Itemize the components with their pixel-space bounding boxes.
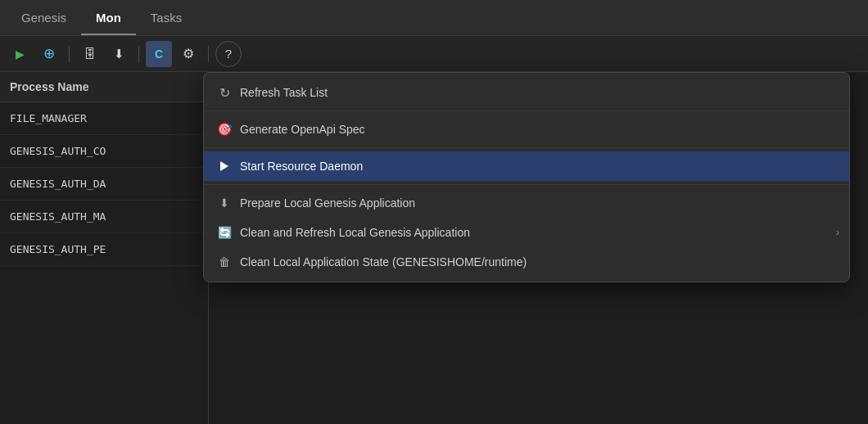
settings-button[interactable]: ⚙ [175, 41, 201, 67]
download-button[interactable]: ⬇ [106, 41, 132, 67]
run-icon: ▶ [16, 47, 25, 61]
download-icon: ⬇ [114, 47, 124, 61]
run-button[interactable]: ▶ [7, 41, 33, 67]
help-button[interactable]: ? [215, 41, 242, 67]
play-triangle-icon [220, 161, 228, 171]
toolbar: ▶ ⊕ 🗄 ⬇ C ⚙ ? [0, 36, 868, 72]
plugin-button[interactable]: C [146, 41, 172, 67]
tab-genesis-label: Genesis [21, 11, 66, 25]
menu-separator-3 [204, 184, 849, 185]
tab-tasks-label: Tasks [151, 11, 182, 25]
menu-item-prepare-local[interactable]: ⬇ Prepare Local Genesis Application [204, 188, 849, 218]
menu-item-generate-openapi[interactable]: 🎯 Generate OpenApi Spec [204, 115, 849, 144]
submenu-arrow-icon: › [836, 227, 839, 238]
process-list-header: Process Name [0, 72, 208, 102]
list-item[interactable]: GENESIS_AUTH_PE [0, 233, 208, 266]
list-item[interactable]: GENESIS_AUTH_MA [0, 201, 208, 233]
list-item[interactable]: GENESIS_AUTH_CO [0, 135, 208, 168]
help-icon: ? [225, 47, 232, 61]
menu-separator-1 [204, 111, 849, 111]
menu-item-clean-local-state[interactable]: 🗑 Clean Local Application State (GENESIS… [204, 247, 849, 277]
list-item[interactable]: FILE_MANAGER [0, 102, 208, 135]
tab-bar: Genesis Mon Tasks [0, 0, 868, 36]
menu-item-refresh-task-list-label: Refresh Task List [240, 86, 328, 99]
trash-icon: 🗑 [217, 255, 232, 269]
database-refresh-icon: 🗄 [84, 47, 96, 61]
menu-item-refresh-task-list[interactable]: ↻ Refresh Task List [204, 78, 849, 107]
list-item[interactable]: GENESIS_AUTH_DA [0, 168, 208, 201]
menu-item-start-resource-daemon-label: Start Resource Daemon [240, 160, 363, 173]
menu-item-generate-openapi-label: Generate OpenApi Spec [240, 123, 365, 136]
separator-2 [138, 46, 139, 62]
globe-button[interactable]: ⊕ [36, 41, 62, 67]
tab-mon-label: Mon [96, 11, 121, 25]
content-area: Process Name FILE_MANAGER GENESIS_AUTH_C… [0, 72, 868, 424]
separator-3 [208, 46, 209, 62]
menu-item-clean-refresh-local[interactable]: 🔄 Clean and Refresh Local Genesis Applic… [204, 218, 849, 247]
separator-1 [69, 46, 70, 62]
target-icon: 🎯 [217, 122, 232, 137]
tab-genesis[interactable]: Genesis [7, 0, 81, 35]
menu-item-clean-refresh-local-label: Clean and Refresh Local Genesis Applicat… [240, 226, 470, 239]
globe-icon: ⊕ [43, 45, 55, 62]
tab-tasks[interactable]: Tasks [136, 0, 197, 35]
refresh-icon: ↻ [217, 85, 232, 100]
process-list: Process Name FILE_MANAGER GENESIS_AUTH_C… [0, 72, 209, 424]
clean-refresh-icon: 🔄 [217, 225, 232, 240]
menu-separator-2 [204, 147, 849, 148]
tab-mon[interactable]: Mon [81, 0, 136, 35]
prepare-icon: ⬇ [217, 196, 232, 210]
plugin-icon: C [155, 47, 163, 61]
menu-item-prepare-local-label: Prepare Local Genesis Application [240, 196, 415, 210]
context-menu: ↻ Refresh Task List 🎯 Generate OpenApi S… [203, 72, 850, 282]
database-refresh-button[interactable]: 🗄 [76, 41, 102, 67]
menu-item-start-resource-daemon[interactable]: Start Resource Daemon [204, 151, 849, 181]
settings-icon: ⚙ [183, 46, 194, 61]
play-icon [217, 159, 232, 174]
menu-item-clean-local-state-label: Clean Local Application State (GENESISHO… [240, 255, 527, 268]
